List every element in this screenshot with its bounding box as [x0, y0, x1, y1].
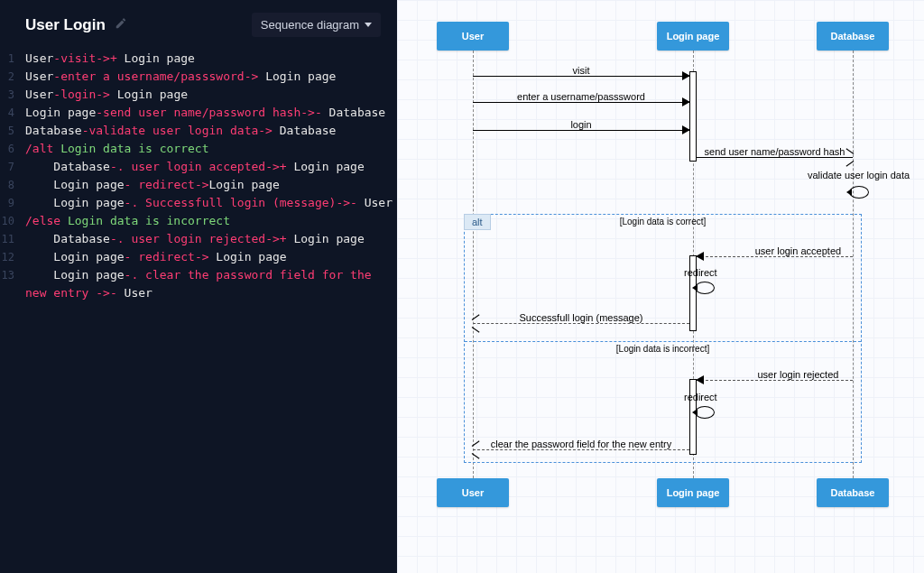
msg-enter-credentials[interactable]: enter a username/passsword	[473, 95, 689, 109]
alt-condition-if: [Login data is correct]	[620, 217, 707, 226]
line-content: Login page- redirect-> Login page	[25, 248, 287, 266]
actor-database-bottom[interactable]: Database	[817, 478, 889, 507]
line-content: Login page-. clear the password field fo…	[25, 266, 397, 302]
code-line[interactable]: 8 Login page- redirect->Login page	[0, 176, 397, 194]
code-line[interactable]: 5Database-validate user login data-> Dat…	[0, 122, 397, 140]
code-line[interactable]: 6/alt Login data is correct	[0, 140, 397, 158]
line-content: User-login-> Login page	[25, 86, 188, 104]
activation-loginpage-1	[689, 71, 697, 162]
msg-send-hash[interactable]: send user name/password hash	[697, 150, 853, 164]
editor-header: User Login Sequence diagram	[0, 0, 397, 46]
code-line[interactable]: 4Login page-send user name/password hash…	[0, 104, 397, 122]
line-number: 5	[0, 122, 25, 140]
line-number: 3	[0, 86, 25, 104]
code-line[interactable]: 11 Database-. user login rejected->+ Log…	[0, 230, 397, 248]
line-number: 10	[0, 212, 25, 230]
code-line[interactable]: 2User-enter a username/passsword-> Login…	[0, 68, 397, 86]
editor-panel: User Login Sequence diagram 1User-visit-…	[0, 0, 397, 573]
edit-title-icon[interactable]	[115, 17, 127, 33]
line-content: Login page-send user name/password hash-…	[25, 104, 385, 122]
msg-clear-password[interactable]: clear the password field for the new ent…	[473, 442, 689, 457]
alt-separator: [Login data is incorrect]	[465, 341, 861, 342]
line-content: /alt Login data is correct	[25, 140, 209, 158]
alt-condition-else: [Login data is incorrect]	[616, 344, 709, 354]
msg-login-rejected[interactable]: user login rejected	[697, 373, 853, 387]
line-content: Login page- redirect->Login page	[25, 176, 280, 194]
diagram-type-dropdown[interactable]: Sequence diagram	[252, 13, 381, 37]
line-number: 12	[0, 248, 25, 266]
code-line[interactable]: 3User-login-> Login page	[0, 86, 397, 104]
code-line[interactable]: 9 Login page-. Successfull login (messag…	[0, 194, 397, 212]
msg-login-accepted[interactable]: user login accepted	[697, 249, 853, 263]
line-content: Database-. user login accepted->+ Login …	[25, 158, 365, 176]
diagram-canvas[interactable]: User Login page Database User Login page…	[397, 0, 924, 573]
line-number: 6	[0, 140, 25, 158]
line-number: 1	[0, 50, 25, 68]
line-number: 7	[0, 158, 25, 176]
line-number: 2	[0, 68, 25, 86]
code-line[interactable]: 12 Login page- redirect-> Login page	[0, 248, 397, 266]
title-row: User Login	[25, 16, 127, 34]
code-line[interactable]: 10/else Login data is incorrect	[0, 212, 397, 230]
actor-user-bottom[interactable]: User	[437, 478, 509, 507]
alt-tag: alt	[464, 214, 491, 230]
code-line[interactable]: 7 Database-. user login accepted->+ Logi…	[0, 158, 397, 176]
chevron-down-icon	[365, 23, 372, 27]
line-number: 11	[0, 230, 25, 248]
code-line[interactable]: 13 Login page-. clear the password field…	[0, 266, 397, 302]
actor-loginpage-bottom[interactable]: Login page	[657, 478, 729, 507]
diagram-type-label: Sequence diagram	[261, 18, 359, 32]
line-number: 8	[0, 176, 25, 194]
actor-database-top[interactable]: Database	[817, 22, 889, 51]
msg-success-login[interactable]: Successfull login (message)	[473, 316, 689, 330]
actor-loginpage-top[interactable]: Login page	[657, 22, 729, 51]
line-content: User-enter a username/passsword-> Login …	[25, 68, 336, 86]
line-content: Login page-. Successfull login (message)…	[25, 194, 393, 212]
line-content: User-visit->+ Login page	[25, 50, 195, 68]
msg-visit[interactable]: visit	[473, 69, 689, 83]
line-number: 4	[0, 104, 25, 122]
line-content: Database-validate user login data-> Data…	[25, 122, 336, 140]
code-line[interactable]: 1User-visit->+ Login page	[0, 50, 397, 68]
line-number: 9	[0, 194, 25, 212]
line-content: /else Login data is incorrect	[25, 212, 230, 230]
line-content: Database-. user login rejected->+ Login …	[25, 230, 365, 248]
line-number: 13	[0, 266, 25, 302]
actor-user-top[interactable]: User	[437, 22, 509, 51]
diagram-title: User Login	[25, 16, 106, 34]
code-editor[interactable]: 1User-visit->+ Login page2User-enter a u…	[0, 46, 397, 573]
msg-login[interactable]: login	[473, 123, 689, 137]
